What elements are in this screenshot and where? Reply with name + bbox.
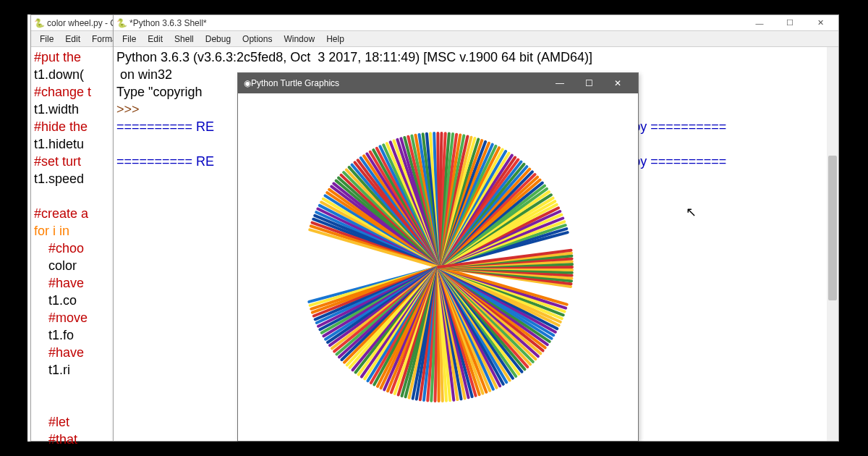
turtle-window: ◉ Python Turtle Graphics — ☐ ✕ xyxy=(237,72,639,442)
shell-scrollbar[interactable] xyxy=(827,47,838,441)
mouse-cursor-icon: ↖ xyxy=(686,204,697,220)
desktop: 🐍 color wheel.py - C… FileEditFormat #pu… xyxy=(27,14,839,442)
menu-window[interactable]: Window xyxy=(278,33,320,46)
python-icon: 🐍 xyxy=(116,18,127,28)
code-line: #have xyxy=(34,274,121,292)
code-line: t1.co xyxy=(34,292,121,309)
menu-options[interactable]: Options xyxy=(237,33,278,46)
code-line: #that xyxy=(34,431,121,448)
code-line: t1.down( xyxy=(34,66,121,83)
menu-edit[interactable]: Edit xyxy=(59,33,86,46)
minimize-button[interactable]: — xyxy=(744,15,775,31)
code-line: #have xyxy=(34,344,121,361)
code-line: #choo xyxy=(34,240,121,257)
maximize-button[interactable]: ☐ xyxy=(775,15,805,31)
color-wheel-drawing xyxy=(286,115,590,419)
code-line: #set turt xyxy=(34,153,121,170)
menu-file[interactable]: File xyxy=(116,33,142,46)
code-line: color xyxy=(34,257,121,274)
shell-menubar[interactable]: FileEditShellDebugOptionsWindowHelp xyxy=(114,31,838,47)
code-line: t1.hidetu xyxy=(34,135,121,153)
close-button[interactable]: ✕ xyxy=(805,15,835,31)
editor-title: color wheel.py - C… xyxy=(47,18,121,28)
code-line: #hide the xyxy=(34,118,121,135)
turtle-canvas xyxy=(238,93,638,441)
code-line: #let xyxy=(34,413,121,431)
code-line: t1.speed xyxy=(34,170,121,187)
editor-titlebar[interactable]: 🐍 color wheel.py - C… xyxy=(31,15,124,31)
editor-menubar[interactable]: FileEditFormat xyxy=(31,31,124,47)
code-line xyxy=(34,396,121,413)
turtle-titlebar[interactable]: ◉ Python Turtle Graphics — ☐ ✕ xyxy=(238,73,638,93)
editor-window: 🐍 color wheel.py - C… FileEditFormat #pu… xyxy=(30,14,124,442)
code-line: t1.ri xyxy=(34,361,121,379)
code-line: t1.width xyxy=(34,101,121,118)
turtle-title: Python Turtle Graphics xyxy=(251,78,545,88)
turtle-icon: ◉ xyxy=(244,78,251,88)
shell-window-controls: — ☐ ✕ xyxy=(744,15,835,31)
python-icon: 🐍 xyxy=(34,18,44,28)
code-line: #put the xyxy=(34,48,121,66)
menu-edit[interactable]: Edit xyxy=(142,33,169,46)
menu-file[interactable]: File xyxy=(34,33,59,46)
code-line: #create a xyxy=(34,205,121,222)
shell-line: Python 3.6.3 (v3.6.3:2c5fed8, Oct 3 2017… xyxy=(116,48,835,66)
code-line xyxy=(34,379,121,396)
code-line: for i in xyxy=(34,222,121,240)
close-button[interactable]: ✕ xyxy=(603,73,632,93)
shell-titlebar[interactable]: 🐍 *Python 3.6.3 Shell* — ☐ ✕ xyxy=(114,15,838,31)
code-line xyxy=(34,187,121,205)
menu-shell[interactable]: Shell xyxy=(169,33,200,46)
code-line: #change t xyxy=(34,83,121,101)
menu-debug[interactable]: Debug xyxy=(200,33,237,46)
maximize-button[interactable]: ☐ xyxy=(574,73,603,93)
shell-title: *Python 3.6.3 Shell* xyxy=(129,18,744,28)
menu-help[interactable]: Help xyxy=(320,33,350,46)
editor-code[interactable]: #put thet1.down(#change tt1.width#hide t… xyxy=(31,47,124,449)
scrollbar-thumb[interactable] xyxy=(828,156,837,300)
minimize-button[interactable]: — xyxy=(545,73,574,93)
code-line: t1.fo xyxy=(34,326,121,344)
code-line: #move xyxy=(34,309,121,326)
